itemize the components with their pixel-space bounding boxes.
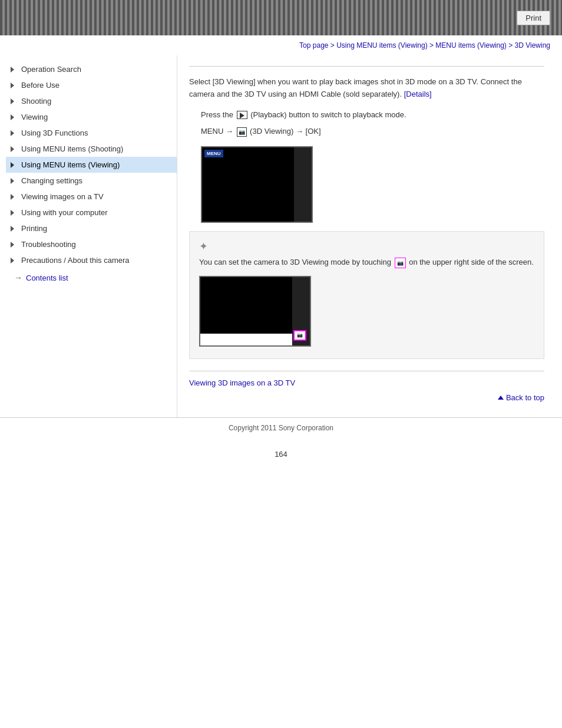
arrow-icon [11,178,16,184]
page-number-area: 164 [0,438,562,465]
menu-3d-icon: 📷 [237,127,247,137]
arrow-icon [11,114,16,120]
copyright-text: Copyright 2011 Sony Corporation [229,424,333,432]
3d-touch-icon: 📷 [395,258,406,268]
breadcrumb-top[interactable]: Top page [299,41,328,50]
playback-button-icon [237,111,247,119]
sidebar-item-changing-settings[interactable]: Changing settings [6,173,177,189]
tip-box: ✦ You can set the camera to 3D Viewing m… [189,231,544,359]
top-divider [189,66,544,67]
sidebar-label: Precautions / About this camera [21,256,130,265]
step2-text: MENU → 📷 (3D Viewing) → [OK] [201,126,544,138]
sidebar-label: Shooting [21,97,51,106]
icon-overlay-inner: 📷 [297,332,303,338]
page-number: 164 [275,450,287,459]
arrow-icon [11,258,16,263]
arrow-icon [11,194,16,200]
arrow-icon [11,146,16,152]
back-to-top-row: Back to top [189,387,544,406]
sidebar-label: Changing settings [21,176,82,185]
breadcrumb-using-menu-viewing[interactable]: Using MENU items (Viewing) [336,41,427,50]
header-bar: Print [0,0,562,35]
intro-text-main: Select [3D Viewing] when you want to pla… [189,77,522,98]
sidebar-item-troubleshooting[interactable]: Troubleshooting [6,236,177,252]
sidebar-label: Using MENU items (Shooting) [21,144,123,153]
arrow-icon [11,98,16,104]
icon-overlay: 📷 [293,330,306,341]
sidebar-label: Viewing [21,113,48,121]
sidebar: Operation Search Before Use Shooting Vie… [6,55,177,417]
tip-icon: ✦ [199,240,534,253]
sidebar-item-shooting[interactable]: Shooting [6,93,177,109]
sidebar-item-viewing-tv[interactable]: Viewing images on a TV [6,189,177,205]
sidebar-item-viewing[interactable]: Viewing [6,109,177,125]
breadcrumb: Top page > Using MENU items (Viewing) > … [0,35,562,55]
arrow-right-icon: → [14,273,22,282]
sidebar-item-precautions[interactable]: Precautions / About this camera [6,252,177,268]
sidebar-item-before-use[interactable]: Before Use [6,77,177,93]
footer: Copyright 2011 Sony Corporation [0,417,562,438]
back-to-top-triangle-icon [498,396,504,400]
sidebar-label: Printing [21,224,47,233]
arrow-icon [11,210,16,216]
sidebar-label: Viewing images on a TV [21,192,104,201]
sidebar-label: Troubleshooting [21,240,76,249]
sidebar-item-using-3d[interactable]: Using 3D Functions [6,125,177,141]
arrow-icon [11,67,16,73]
arrow-icon [11,226,16,232]
contents-list-label: Contents list [26,274,68,282]
print-button[interactable]: Print [517,11,550,25]
sidebar-item-computer[interactable]: Using with your computer [6,205,177,220]
step1-text: Press the (Playback) button to switch to… [201,109,544,121]
sidebar-item-menu-shooting[interactable]: Using MENU items (Shooting) [6,141,177,157]
breadcrumb-3d-viewing[interactable]: 3D Viewing [515,41,550,50]
sidebar-label: Before Use [21,81,59,90]
sidebar-label: Using with your computer [21,208,108,217]
page-layout: Operation Search Before Use Shooting Vie… [0,55,562,417]
bottom-divider [189,371,544,371]
sidebar-item-operation-search[interactable]: Operation Search [6,61,177,77]
arrow-icon [11,83,16,88]
details-link[interactable]: [Details] [404,90,432,98]
arrow-icon [11,162,16,168]
camera-screenshot-2: 📷 [199,276,311,347]
contents-list-link[interactable]: → Contents list [6,268,177,287]
menu-label: MENU [204,150,223,157]
back-to-top-label: Back to top [506,393,544,402]
breadcrumb-menu-items-viewing[interactable]: MENU items (Viewing) [435,41,506,50]
related-link[interactable]: Viewing 3D images on a 3D TV [189,378,295,387]
sidebar-label: Operation Search [21,65,81,74]
bottom-white-bar [200,334,292,345]
sidebar-label: Using 3D Functions [21,129,88,137]
tip-text: You can set the camera to 3D Viewing mod… [199,256,534,269]
main-content: Select [3D Viewing] when you want to pla… [177,55,556,417]
camera-screenshot-1: MENU [201,146,313,223]
back-to-top-link[interactable]: Back to top [498,393,544,402]
sidebar-item-menu-viewing[interactable]: Using MENU items (Viewing) [6,157,177,173]
intro-paragraph: Select [3D Viewing] when you want to pla… [189,76,544,101]
right-bar [294,147,312,222]
arrow-icon [11,242,16,248]
arrow-icon [11,130,16,136]
sidebar-label: Using MENU items (Viewing) [21,160,120,169]
sidebar-item-printing[interactable]: Printing [6,220,177,236]
